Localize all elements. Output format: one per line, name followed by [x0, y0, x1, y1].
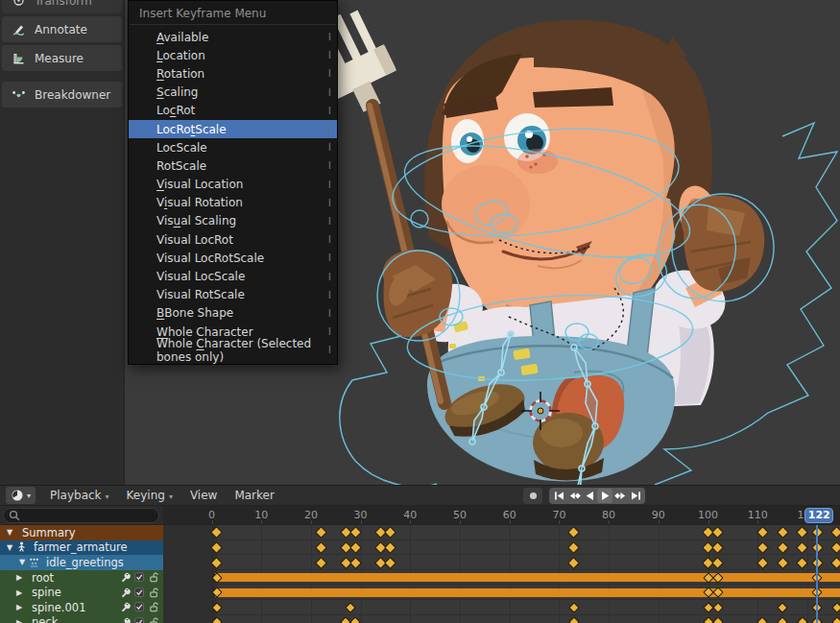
- keyframe-f126[interactable]: [831, 617, 840, 623]
- keyframe-f36[interactable]: [384, 541, 396, 554]
- 3d-viewport[interactable]: [0, 0, 840, 485]
- jump-to-end-button[interactable]: [628, 489, 643, 503]
- keyframe-f102[interactable]: [712, 617, 723, 623]
- triangle-right-icon[interactable]: ▶: [16, 603, 26, 611]
- record-button[interactable]: [523, 488, 542, 504]
- checkbox-checked-icon[interactable]: [134, 572, 145, 583]
- channel-idle-greetings[interactable]: ▼idle_greetings: [0, 555, 163, 570]
- keyframe-f102[interactable]: [711, 557, 724, 569]
- playhead[interactable]: [816, 525, 818, 623]
- keyframe-f115[interactable]: [777, 541, 789, 554]
- keyframe-f36[interactable]: [384, 526, 396, 539]
- timeline-menu-view[interactable]: View: [183, 487, 224, 504]
- tool-transform[interactable]: Transform: [2, 0, 122, 13]
- wrench-icon[interactable]: [120, 602, 131, 612]
- keyframe-f73[interactable]: [568, 541, 581, 554]
- keyframe-f73[interactable]: [568, 557, 581, 569]
- triangle-right-icon[interactable]: ▶: [16, 573, 26, 582]
- checkbox-checked-icon[interactable]: [134, 617, 145, 623]
- tool-breakdowner[interactable]: Breakdowner: [2, 82, 122, 108]
- jump-to-next-keyframe-button[interactable]: [612, 489, 628, 503]
- keyframe-area[interactable]: [163, 525, 840, 623]
- keyframe-f115[interactable]: [777, 526, 789, 539]
- unlock-icon[interactable]: [149, 572, 159, 583]
- menu-item-locrot[interactable]: LocRotI: [129, 102, 337, 120]
- menu-item-visual-rotation[interactable]: Visual RotationI: [129, 194, 337, 212]
- keyframe-f126[interactable]: [831, 557, 840, 569]
- keyframe-f115[interactable]: [777, 617, 787, 623]
- jump-to-prev-keyframe-button[interactable]: [566, 489, 582, 503]
- menu-item-locrotscale[interactable]: LocRotScaleI: [129, 120, 337, 138]
- keyframe-f126[interactable]: [831, 602, 840, 612]
- keyframe-f115[interactable]: [777, 557, 789, 569]
- frame-ruler[interactable]: 0102030405060708090100110120: [163, 506, 840, 525]
- timeline-menu-playback[interactable]: Playback▾: [43, 487, 116, 504]
- checkbox-checked-icon[interactable]: [134, 602, 145, 612]
- keyframe-f102[interactable]: [711, 541, 724, 554]
- keyframe-f119[interactable]: [797, 617, 807, 623]
- menu-item-rotscale[interactable]: RotScaleI: [129, 156, 337, 175]
- keyframe-f126[interactable]: [831, 541, 840, 554]
- channel-spine[interactable]: ▶spine: [0, 585, 163, 600]
- menu-item-visual-locscale[interactable]: Visual LocScaleI: [129, 267, 337, 285]
- current-frame-badge[interactable]: 122: [804, 508, 833, 523]
- triangle-down-icon[interactable]: ▼: [7, 543, 16, 552]
- keyframe-f102[interactable]: [712, 602, 723, 612]
- tool-annotate[interactable]: Annotate: [2, 16, 122, 42]
- menu-item-label: BBone Shape: [156, 306, 233, 320]
- keyframe-f22[interactable]: [315, 526, 327, 539]
- menu-item-scaling[interactable]: ScalingI: [129, 84, 337, 102]
- menu-item-visual-locrot[interactable]: Visual LocRotI: [129, 230, 337, 249]
- keyframe-f73[interactable]: [568, 617, 579, 623]
- keyframe-f73[interactable]: [568, 602, 579, 612]
- timeline-menu-keying[interactable]: Keying▾: [120, 487, 180, 504]
- wrench-icon[interactable]: [120, 572, 131, 583]
- keyframe-f22[interactable]: [315, 541, 327, 554]
- checkbox-checked-icon[interactable]: [134, 587, 145, 598]
- menu-item-available[interactable]: AvailableI: [129, 28, 337, 46]
- channel-search[interactable]: [3, 508, 159, 523]
- triangle-down-icon[interactable]: ▼: [7, 528, 16, 537]
- triangle-right-icon[interactable]: ▶: [16, 618, 26, 623]
- jump-to-start-button[interactable]: [551, 489, 566, 503]
- menu-item-visual-locrotscale[interactable]: Visual LocRotScaleI: [129, 249, 337, 267]
- menu-item-visual-location[interactable]: Visual LocationI: [129, 176, 337, 194]
- channel-root[interactable]: ▶root: [0, 570, 163, 586]
- menu-item-bbone-shape[interactable]: BBone ShapeI: [129, 304, 337, 323]
- keyframe-f29[interactable]: [350, 617, 361, 623]
- wrench-icon[interactable]: [120, 617, 131, 623]
- menu-item-locscale[interactable]: LocScaleI: [129, 138, 337, 156]
- keyframe-f36[interactable]: [384, 557, 396, 569]
- menu-item-visual-scaling[interactable]: Visual ScalingI: [129, 212, 337, 230]
- editor-type-button[interactable]: ▾: [6, 487, 36, 504]
- unlock-icon[interactable]: [149, 617, 159, 623]
- tool-measure[interactable]: Measure: [2, 45, 122, 71]
- play-button[interactable]: [597, 489, 612, 503]
- keyframe-f115[interactable]: [777, 602, 787, 612]
- menu-item-visual-rotscale[interactable]: Visual RotScaleI: [129, 286, 337, 304]
- keyframe-hold-bar[interactable]: [215, 588, 840, 597]
- keyframe-f73[interactable]: [568, 526, 581, 539]
- triangle-right-icon[interactable]: ▶: [16, 588, 26, 597]
- keyframe-f22[interactable]: [315, 557, 327, 569]
- keyframe-f28[interactable]: [346, 602, 356, 612]
- menu-item-location[interactable]: LocationI: [129, 46, 337, 64]
- unlock-icon[interactable]: [149, 587, 159, 598]
- keyframe-f111[interactable]: [757, 617, 768, 623]
- triangle-down-icon[interactable]: ▼: [19, 558, 29, 566]
- keyframe-f102[interactable]: [711, 526, 724, 539]
- unlock-icon[interactable]: [149, 602, 159, 612]
- menu-item-whole-character-selected-bones-only-[interactable]: Whole Character (Selected bones only)I: [129, 341, 337, 359]
- keyframe-f126[interactable]: [831, 526, 840, 539]
- timeline-menu-marker[interactable]: Marker: [228, 487, 280, 504]
- wrench-icon[interactable]: [120, 587, 131, 598]
- channel-summary[interactable]: ▼Summary: [0, 525, 163, 540]
- shortcut-hint: I: [328, 159, 331, 172]
- search-input[interactable]: [20, 510, 145, 522]
- menu-item-rotation[interactable]: RotationI: [129, 64, 337, 83]
- channel-spine-001[interactable]: ▶spine.001: [0, 600, 163, 615]
- play-reverse-button[interactable]: [582, 489, 597, 503]
- channel-farmer-armature[interactable]: ▼farmer_armature: [0, 540, 163, 556]
- channel-neck[interactable]: ▶neck: [0, 615, 163, 623]
- keyframe-hold-bar[interactable]: [215, 573, 840, 582]
